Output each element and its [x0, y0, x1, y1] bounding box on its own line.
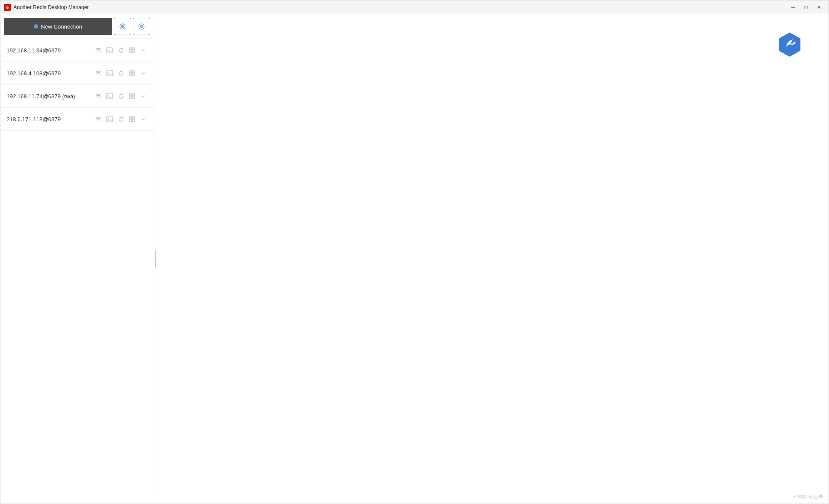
watermark: CSDN @三希 [794, 494, 823, 500]
svg-rect-8 [132, 48, 135, 50]
svg-rect-10 [132, 51, 135, 53]
brand-logo-icon [777, 32, 803, 58]
brand-logo [777, 32, 803, 58]
svg-rect-19 [129, 94, 132, 96]
sidebar-toolbar: New Connection [0, 14, 154, 39]
radio-button[interactable] [114, 18, 131, 35]
svg-rect-26 [132, 116, 135, 119]
terminal-icon-1[interactable] [105, 46, 114, 55]
svg-rect-13 [129, 71, 132, 73]
chevron-down-icon-4[interactable] [139, 115, 148, 123]
connection-name-4: 218.6.171.118@6379 [6, 116, 61, 123]
connect-icon-1[interactable] [94, 46, 103, 55]
close-button[interactable]: ✕ [813, 3, 825, 12]
sidebar: New Connection 19 [0, 14, 154, 504]
refresh-icon-1[interactable] [116, 46, 125, 55]
main-content: New Connection 19 [0, 14, 829, 504]
refresh-icon-4[interactable] [116, 115, 125, 123]
new-connection-label: New Connection [41, 23, 82, 30]
connection-actions-2 [94, 69, 148, 78]
svg-rect-9 [129, 51, 132, 53]
terminal-icon-4[interactable] [105, 115, 114, 123]
svg-rect-15 [129, 74, 132, 76]
title-bar-left: G Another Redis Desktop Manager [4, 4, 89, 11]
connection-item-4[interactable]: 218.6.171.118@6379 [0, 108, 154, 131]
svg-point-3 [121, 25, 124, 28]
svg-rect-17 [106, 94, 113, 99]
terminal-icon-3[interactable] [105, 92, 114, 100]
chevron-down-icon-1[interactable] [139, 46, 148, 55]
title-bar-controls: ─ □ ✕ [787, 3, 825, 12]
window-title: Another Redis Desktop Manager [13, 4, 89, 10]
minimize-button[interactable]: ─ [787, 3, 799, 12]
right-panel: CSDN @三希 [156, 14, 829, 504]
connect-icon-3[interactable] [94, 92, 103, 100]
svg-marker-29 [779, 32, 800, 57]
app-icon: G [4, 4, 11, 11]
svg-text:G: G [6, 6, 9, 10]
new-connection-dot-icon [34, 24, 38, 29]
svg-rect-14 [132, 71, 135, 73]
new-connection-button[interactable]: New Connection [4, 18, 112, 35]
grid-icon-3[interactable] [128, 92, 136, 100]
svg-rect-28 [132, 120, 135, 122]
svg-rect-11 [106, 71, 113, 76]
connection-name-1: 192.168.11.34@6379 [6, 47, 61, 54]
connection-list: 192.168.11.34@6379 [0, 39, 154, 504]
terminal-icon-2[interactable] [105, 69, 114, 78]
grid-icon-1[interactable] [128, 46, 136, 55]
grid-icon-4[interactable] [128, 115, 136, 123]
connection-actions-4 [94, 115, 148, 123]
maximize-button[interactable]: □ [800, 3, 812, 12]
chevron-down-icon-2[interactable] [139, 69, 148, 78]
radio-icon [119, 23, 126, 30]
svg-rect-16 [132, 74, 135, 76]
svg-rect-5 [106, 48, 113, 53]
refresh-icon-3[interactable] [116, 92, 125, 100]
connection-item-1[interactable]: 192.168.11.34@6379 [0, 39, 154, 62]
connect-icon-4[interactable] [94, 115, 103, 123]
chevron-down-icon-3[interactable] [139, 92, 148, 100]
svg-rect-21 [129, 97, 132, 99]
svg-rect-7 [129, 48, 132, 50]
settings-button[interactable] [133, 18, 150, 35]
svg-rect-23 [106, 116, 113, 122]
connection-name-2: 192.168.4.108@6379 [6, 70, 61, 77]
grid-icon-2[interactable] [128, 69, 136, 78]
svg-rect-25 [129, 116, 132, 119]
connection-actions-3 [94, 92, 148, 100]
title-bar: G Another Redis Desktop Manager ─ □ ✕ [0, 0, 829, 14]
connection-item-2[interactable]: 192.168.4.108@6379 [0, 62, 154, 85]
svg-rect-27 [129, 120, 132, 122]
connection-actions-1 [94, 46, 148, 55]
svg-rect-20 [132, 94, 135, 96]
connection-name-3: 192.168.11.74@6379 (rwa) [6, 93, 75, 100]
settings-icon [138, 23, 145, 30]
app-window: G Another Redis Desktop Manager ─ □ ✕ Ne… [0, 0, 829, 504]
connection-item-3[interactable]: 192.168.11.74@6379 (rwa) [0, 85, 154, 108]
refresh-icon-2[interactable] [116, 69, 125, 78]
svg-rect-22 [132, 97, 135, 99]
svg-point-4 [141, 26, 143, 28]
connect-icon-2[interactable] [94, 69, 103, 78]
